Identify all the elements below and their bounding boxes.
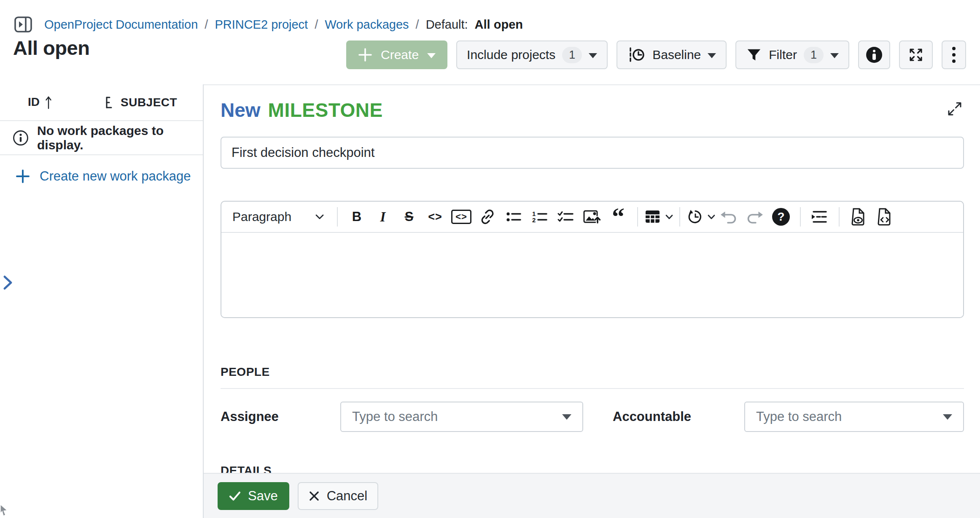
breadcrumb-current-prefix: Default: <box>426 18 468 32</box>
accountable-placeholder: Type to search <box>756 409 842 424</box>
numbered-list-button[interactable]: 1 2 <box>527 205 553 229</box>
chevron-down-icon <box>830 53 839 58</box>
sidebar-toggle-button[interactable] <box>14 15 32 34</box>
toolbar-separator <box>800 207 801 227</box>
expand-sidebar-chevron[interactable] <box>3 274 13 291</box>
create-button-label: Create <box>381 48 419 62</box>
filter-funnel-icon <box>746 47 762 63</box>
breadcrumb-separator: / <box>315 18 318 32</box>
detail-form-heading: New MILESTONE <box>221 98 964 122</box>
undo-button[interactable] <box>716 205 742 229</box>
filter-count-badge: 1 <box>804 47 824 63</box>
plus-icon <box>15 169 30 184</box>
id-column-header[interactable]: ID <box>28 95 52 110</box>
chevron-down-icon <box>589 53 597 58</box>
open-fullscreen-view-button[interactable] <box>946 100 963 117</box>
form-footer: Save Cancel <box>204 473 980 518</box>
include-projects-count-badge: 1 <box>562 47 582 63</box>
close-icon <box>309 491 320 502</box>
chevron-down-icon <box>708 53 716 58</box>
code-block-icon: <> <box>451 210 471 224</box>
include-projects-button[interactable]: Include projects 1 <box>456 40 608 69</box>
filter-label: Filter <box>769 48 797 62</box>
svg-text:2: 2 <box>532 216 536 224</box>
mouse-cursor <box>0 505 10 518</box>
baseline-button[interactable]: Baseline <box>617 40 727 69</box>
bulleted-list-button[interactable] <box>501 205 527 229</box>
people-fields-row: Assignee Type to search Accountable Type… <box>221 402 964 432</box>
link-button[interactable] <box>474 205 501 229</box>
info-button[interactable] <box>858 40 890 69</box>
description-editor-body[interactable] <box>221 233 963 316</box>
help-button[interactable]: ? <box>768 205 794 229</box>
save-button[interactable]: Save <box>218 482 289 510</box>
people-section-header: PEOPLE <box>221 365 964 389</box>
toolbar-separator <box>637 207 638 227</box>
cancel-button-label: Cancel <box>327 488 368 504</box>
breadcrumb-current-page: All open <box>475 18 523 32</box>
to-do-list-button[interactable] <box>553 205 579 229</box>
accountable-select[interactable]: Type to search <box>744 402 964 432</box>
assignee-label: Assignee <box>221 409 340 424</box>
subject-input[interactable] <box>221 137 964 169</box>
top-actions-toolbar: Create Include projects 1 Baseline Filte… <box>346 40 966 69</box>
help-icon: ? <box>772 208 790 226</box>
save-button-label: Save <box>248 488 278 504</box>
subject-column-label: SUBJECT <box>121 96 177 109</box>
new-label: New <box>221 99 261 121</box>
cancel-button[interactable]: Cancel <box>298 482 379 510</box>
check-icon <box>229 491 241 501</box>
kebab-menu-icon <box>950 47 958 63</box>
block-quote-button[interactable]: “ <box>605 205 631 229</box>
work-package-table-panel: ID SUBJECT No work packages to display. … <box>0 84 204 518</box>
bold-button[interactable]: B <box>344 205 370 229</box>
work-package-type-selector[interactable]: MILESTONE <box>268 99 383 121</box>
editor-toolbar: Paragraph B I S <> <> <box>221 202 963 233</box>
insert-macro-button[interactable] <box>807 205 833 229</box>
sort-ascending-icon <box>45 95 52 110</box>
sidebar-toggle-icon <box>14 15 32 34</box>
insert-table-button[interactable] <box>644 205 673 229</box>
preview-button[interactable] <box>845 205 872 229</box>
more-options-button[interactable] <box>942 40 966 69</box>
info-outline-icon <box>13 130 29 146</box>
breadcrumb: OpenProject Documentation / PRINCE2 proj… <box>14 15 523 34</box>
assignee-select[interactable]: Type to search <box>340 402 583 432</box>
paragraph-style-label: Paragraph <box>232 210 291 224</box>
fullscreen-expand-icon <box>907 46 925 64</box>
italic-button[interactable]: I <box>370 205 396 229</box>
toolbar-separator <box>337 207 338 227</box>
accountable-label: Accountable <box>613 409 744 424</box>
filter-button[interactable]: Filter 1 <box>735 40 849 69</box>
code-block-button[interactable]: <> <box>448 205 474 229</box>
toolbar-separator <box>839 207 840 227</box>
page-title: All open <box>13 36 89 59</box>
work-package-detail-panel: New MILESTONE Paragraph B I S <> <> <box>204 84 980 518</box>
hierarchy-icon <box>104 96 115 109</box>
assignee-placeholder: Type to search <box>352 409 438 424</box>
assignee-field: Assignee Type to search <box>221 402 583 432</box>
plus-icon <box>358 48 372 62</box>
create-button[interactable]: Create <box>346 40 447 69</box>
fullscreen-button[interactable] <box>899 40 933 69</box>
create-new-work-package-label: Create new work package <box>40 169 191 184</box>
insert-image-button[interactable] <box>579 205 605 229</box>
paragraph-style-dropdown[interactable]: Paragraph <box>226 210 331 224</box>
breadcrumb-separator: / <box>205 18 208 32</box>
create-new-work-package-link[interactable]: Create new work package <box>0 169 203 184</box>
breadcrumb-link-project[interactable]: PRINCE2 project <box>215 18 308 32</box>
select-caret-icon <box>943 414 952 420</box>
strikethrough-button[interactable]: S <box>396 205 422 229</box>
info-icon <box>866 47 882 63</box>
breadcrumb-link-project-root[interactable]: OpenProject Documentation <box>44 18 198 32</box>
include-projects-label: Include projects <box>467 48 555 62</box>
chevron-down-icon <box>427 53 436 58</box>
toolbar-separator <box>679 207 680 227</box>
show-history-button[interactable] <box>686 205 716 229</box>
source-code-button[interactable] <box>872 205 898 229</box>
subject-column-header[interactable]: SUBJECT <box>104 96 177 109</box>
inline-code-button[interactable]: <> <box>422 205 448 229</box>
breadcrumb-link-work-packages[interactable]: Work packages <box>325 18 409 32</box>
redo-button[interactable] <box>742 205 768 229</box>
select-caret-icon <box>562 414 571 420</box>
